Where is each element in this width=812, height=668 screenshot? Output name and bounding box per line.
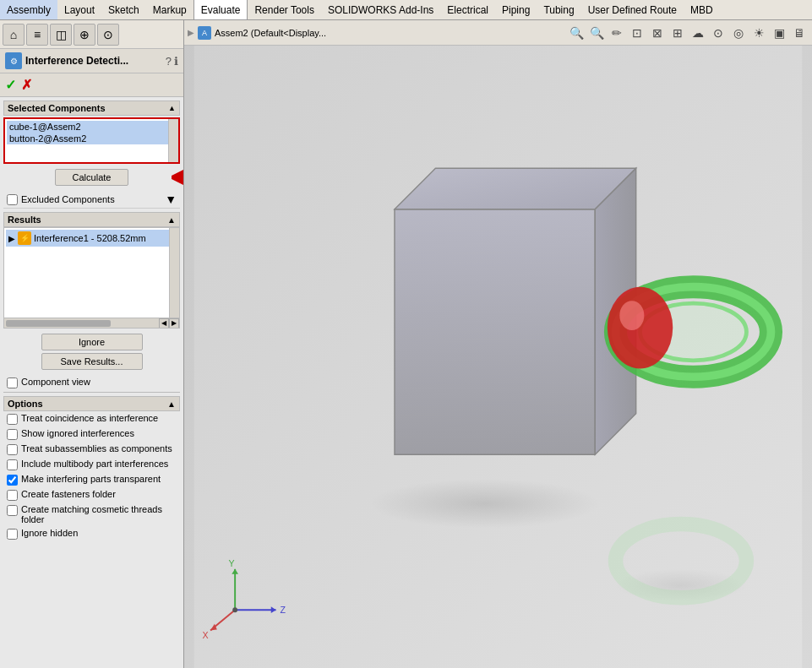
vp-tool-square[interactable]: ▣ (770, 24, 788, 42)
vp-tool-box1[interactable]: ⊡ (628, 24, 646, 42)
vp-tool-search2[interactable]: 🔍 (587, 24, 606, 42)
option-checkbox-6[interactable] (7, 505, 18, 516)
vp-tool-grid[interactable]: ⊞ (668, 24, 687, 42)
viewport[interactable]: ▶ A Assem2 (Default<Display... 🔍 🔍 ✏ ⊡ ⊠… (184, 20, 812, 668)
option-checkbox-7[interactable] (7, 529, 18, 540)
menu-render-tools[interactable]: Render Tools (248, 0, 321, 19)
vp-tool-search1[interactable]: 🔍 (567, 24, 586, 42)
option-label-2: Treat subassemblies as components (21, 443, 172, 453)
menu-evaluate[interactable]: Evaluate (193, 0, 248, 19)
vp-tool-monitor[interactable]: 🖥 (790, 24, 809, 42)
vp-tool-cloud[interactable]: ☁ (689, 24, 707, 42)
menu-markup[interactable]: Markup (146, 0, 193, 19)
action-buttons: Ignore Save Results... (7, 334, 177, 370)
vp-tool-box2[interactable]: ⊠ (648, 24, 667, 42)
toolbar-window-btn[interactable]: ◫ (50, 24, 72, 46)
result-expand-arrow[interactable]: ▶ (8, 234, 15, 243)
component-item-0[interactable]: cube-1@Assem2 (7, 121, 177, 133)
selected-components-section: Selected Components ▲ cube-1@Assem2 butt… (3, 100, 180, 164)
menu-electrical[interactable]: Electrical (440, 0, 495, 19)
vp-tool-edit[interactable]: ✏ (608, 24, 626, 42)
menu-piping[interactable]: Piping (495, 0, 537, 19)
results-vertical-scrollbar[interactable] (169, 228, 179, 318)
result-icon: ⚡ (18, 231, 31, 245)
option-label-5: Create fasteners folder (21, 489, 116, 499)
panel-content: Selected Components ▲ cube-1@Assem2 butt… (0, 97, 183, 668)
selected-components-header[interactable]: Selected Components ▲ (3, 100, 180, 116)
results-label: Results (8, 215, 41, 225)
option-label-3: Include multibody part interferences (21, 459, 168, 469)
results-header[interactable]: Results ▲ (3, 212, 180, 227)
component-item-1[interactable]: button-2@Assem2 (7, 133, 177, 144)
components-scrollbar[interactable] (168, 119, 178, 162)
option-row-2: Treat subassemblies as components (3, 442, 180, 457)
breadcrumb-text: Assem2 (Default<Display... (215, 28, 326, 38)
svg-text:Y: Y (228, 558, 234, 568)
results-horizontal-scrollbar[interactable]: ◀ ▶ (4, 318, 179, 328)
vp-tool-circle1[interactable]: ⊙ (709, 24, 728, 42)
menu-sketch[interactable]: Sketch (101, 0, 146, 19)
component-view-label: Component view (21, 377, 90, 387)
result-item-0[interactable]: ▶ ⚡ Interference1 - 5208.52mm (6, 230, 177, 247)
panel-header-icons: ? ℹ (166, 55, 178, 68)
menu-layout[interactable]: Layout (57, 0, 101, 19)
option-row-6: Create matching cosmetic threads folder (3, 502, 180, 526)
toolbar-list-btn[interactable]: ≡ (26, 24, 48, 46)
section-controls: ▲ (168, 104, 176, 112)
options-collapse-arrow[interactable]: ▲ (167, 399, 176, 409)
viewport-3d[interactable]: Z Y X (184, 46, 812, 668)
vp-tool-circle2[interactable]: ◎ (729, 24, 748, 42)
svg-marker-5 (395, 209, 595, 455)
save-results-button[interactable]: Save Results... (41, 353, 143, 370)
options-label: Options (8, 399, 43, 409)
menubar: Assembly Layout Sketch Markup Evaluate R… (0, 0, 812, 20)
excluded-components-checkbox[interactable] (7, 194, 18, 205)
options-header[interactable]: Options ▲ (3, 396, 180, 411)
scroll-right-btn[interactable]: ▶ (169, 318, 179, 329)
scrollbar-thumb[interactable] (6, 320, 111, 327)
expand-icon[interactable]: ▶ (188, 28, 194, 37)
menu-mbd[interactable]: MBD (684, 0, 720, 19)
svg-point-11 (608, 287, 673, 369)
scroll-left-btn[interactable]: ◀ (159, 318, 169, 329)
svg-text:X: X (202, 630, 208, 640)
option-checkbox-2[interactable] (7, 444, 18, 455)
menu-user-defined-route[interactable]: User Defined Route (581, 0, 684, 19)
menu-assembly[interactable]: Assembly (0, 0, 57, 19)
option-checkbox-0[interactable] (7, 414, 18, 425)
option-checkbox-3[interactable] (7, 459, 18, 470)
component-view-checkbox[interactable] (7, 377, 18, 388)
toolbar-crosshair-btn[interactable]: ⊕ (74, 24, 95, 46)
viewport-toolbar: ▶ A Assem2 (Default<Display... 🔍 🔍 ✏ ⊡ ⊠… (184, 20, 812, 46)
menu-solidworks-addins[interactable]: SOLIDWORKS Add-Ins (321, 0, 440, 19)
confirm-button[interactable]: ✓ (5, 77, 16, 93)
breadcrumb-icon: A (198, 26, 211, 40)
divider-1 (3, 392, 180, 393)
selected-components-box[interactable]: cube-1@Assem2 button-2@Assem2 (3, 117, 180, 164)
result-label-0: Interference1 - 5208.52mm (34, 233, 146, 243)
panel-header: ⚙ Interference Detecti... ? ℹ (0, 49, 183, 73)
results-list: ▶ ⚡ Interference1 - 5208.52mm ◀ ▶ (3, 227, 180, 329)
menu-tubing[interactable]: Tubing (537, 0, 580, 19)
option-checkbox-1[interactable] (7, 429, 18, 440)
option-label-0: Treat coincidence as interference (21, 413, 158, 423)
cancel-button[interactable]: ✗ (21, 77, 32, 93)
option-checkbox-5[interactable] (7, 490, 18, 501)
toolbar-home-btn[interactable]: ⌂ (3, 24, 25, 46)
red-arrow-indicator (172, 168, 183, 187)
calculate-button[interactable]: Calculate (55, 169, 129, 186)
option-label-1: Show ignored interferences (21, 428, 134, 438)
excluded-collapse-arrow[interactable]: ▼ (165, 193, 177, 206)
ignore-button[interactable]: Ignore (41, 334, 143, 350)
info-icon[interactable]: ℹ (174, 55, 178, 68)
results-collapse-arrow[interactable]: ▲ (167, 215, 176, 225)
section-scroll-up[interactable]: ▲ (168, 104, 176, 112)
viewport-svg: Z Y X (184, 46, 812, 668)
toolbar-circle-btn[interactable]: ⊙ (97, 24, 119, 46)
viewport-tool-icons: 🔍 🔍 ✏ ⊡ ⊠ ⊞ ☁ ⊙ ◎ ☀ ▣ 🖥 (567, 24, 809, 42)
vp-tool-sun[interactable]: ☀ (749, 24, 768, 42)
option-checkbox-4[interactable] (7, 475, 18, 486)
option-row-5: Create fasteners folder (3, 487, 180, 502)
results-section: Results ▲ ▶ ⚡ Interference1 - 5208.52mm … (3, 212, 180, 329)
help-icon[interactable]: ? (166, 55, 172, 68)
